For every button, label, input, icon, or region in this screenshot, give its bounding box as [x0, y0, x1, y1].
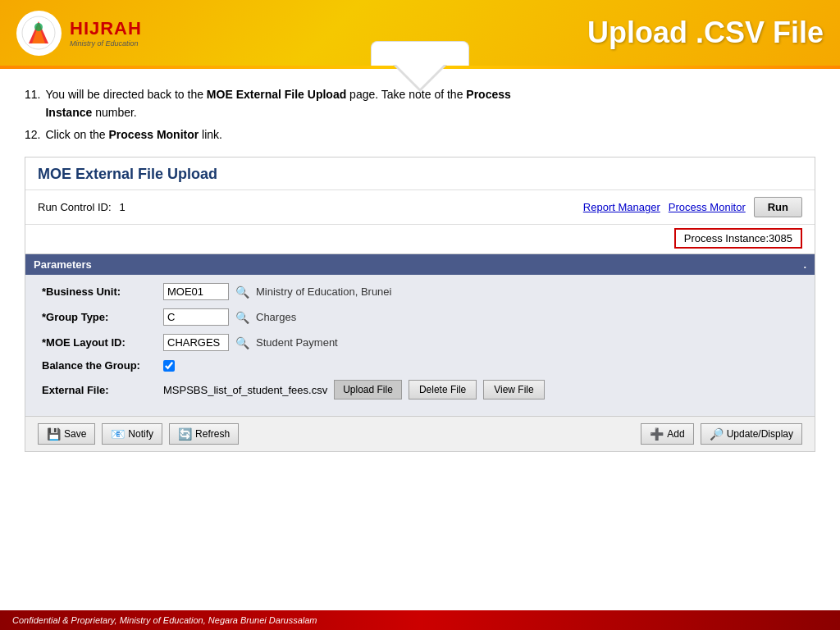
save-label: Save [64, 428, 86, 440]
logo-text-group: HIJRAH Ministry of Education [70, 18, 142, 48]
logo-area: HIJRAH Ministry of Education [16, 11, 142, 56]
refresh-label: Refresh [195, 428, 230, 440]
group-type-input[interactable] [163, 308, 229, 326]
update-display-label: Update/Display [727, 428, 793, 440]
notify-button[interactable]: 📧 Notify [102, 423, 162, 445]
add-icon: ➕ [650, 427, 664, 441]
item12-number: 12. [25, 126, 40, 144]
parameters-body: *Business Unit: 🔍 Ministry of Education,… [25, 275, 815, 416]
refresh-icon: 🔄 [178, 427, 192, 441]
instructions: 11. You will be directed back to the MOE… [25, 85, 815, 144]
instruction-item-12: 12. Click on the Process Monitor link. [25, 126, 815, 144]
bottom-toolbar: 💾 Save 📧 Notify 🔄 Refresh ➕ Add [25, 416, 815, 451]
balance-group-row: Balance the Group: [42, 359, 798, 372]
business-unit-desc: Ministry of Education, Brunei [256, 285, 391, 298]
page-title: Upload .CSV File [587, 16, 824, 50]
run-control-label: Run Control ID: [38, 201, 112, 213]
moe-layout-input[interactable] [163, 334, 229, 351]
item12-text: Click on the Process Monitor link. [45, 126, 222, 144]
save-icon: 💾 [47, 427, 61, 441]
group-type-desc: Charges [256, 311, 296, 323]
group-type-row: *Group Type: 🔍 Charges [42, 308, 798, 326]
item11-number: 11. [25, 85, 40, 122]
run-control-value: 1 [120, 201, 126, 213]
item11-bold1: MOE External File Upload [207, 88, 346, 101]
add-label: Add [667, 428, 684, 440]
external-file-label: External File: [42, 384, 157, 396]
upload-file-button[interactable]: Upload File [334, 380, 402, 399]
report-manager-link[interactable]: Report Manager [583, 201, 660, 213]
business-unit-search-icon[interactable]: 🔍 [235, 285, 249, 299]
group-type-search-icon[interactable]: 🔍 [235, 311, 249, 324]
moe-page-title: MOE External File Upload [25, 158, 815, 190]
toolbar-left: 💾 Save 📧 Notify 🔄 Refresh [38, 423, 239, 445]
view-file-button[interactable]: View File [483, 380, 544, 399]
moe-layout-search-icon[interactable]: 🔍 [235, 336, 249, 349]
main-content: 11. You will be directed back to the MOE… [0, 69, 840, 468]
notify-label: Notify [128, 428, 153, 440]
external-file-row: External File: MSPSBS_list_of_student_fe… [42, 380, 798, 399]
logo-tagline: Ministry of Education [70, 39, 142, 48]
save-button[interactable]: 💾 Save [38, 423, 95, 445]
run-button[interactable]: Run [754, 197, 802, 217]
toolbar-right: ➕ Add 🔎 Update/Display [641, 423, 802, 445]
business-unit-row: *Business Unit: 🔍 Ministry of Education,… [42, 283, 798, 300]
update-display-button[interactable]: 🔎 Update/Display [701, 423, 802, 445]
item12-bold: Process Monitor [109, 128, 199, 141]
notify-icon: 📧 [111, 427, 125, 441]
bubble-arrow [395, 64, 445, 89]
refresh-button[interactable]: 🔄 Refresh [169, 423, 239, 445]
header-tab [371, 41, 469, 66]
page-box: MOE External File Upload Run Control ID:… [25, 157, 815, 452]
moe-layout-label: *MOE Layout ID: [42, 336, 157, 349]
add-button[interactable]: ➕ Add [641, 423, 693, 445]
footer-text: Confidential & Proprietary, Ministry of … [12, 615, 317, 625]
balance-label: Balance the Group: [42, 359, 157, 372]
logo-brand: HIJRAH [70, 18, 142, 39]
update-display-icon: 🔎 [710, 427, 724, 441]
business-unit-label: *Business Unit: [42, 285, 157, 298]
delete-file-button[interactable]: Delete File [409, 380, 477, 399]
external-file-name: MSPSBS_list_of_student_fees.csv [163, 384, 327, 396]
balance-checkbox[interactable] [163, 360, 175, 372]
parameters-header: Parameters . [25, 254, 815, 275]
process-instance-row: Process Instance:3085 [25, 225, 815, 254]
footer: Confidential & Proprietary, Ministry of … [0, 610, 840, 630]
header: HIJRAH Ministry of Education Upload .CSV… [0, 0, 840, 66]
process-monitor-link[interactable]: Process Monitor [669, 201, 746, 213]
moe-layout-desc: Student Payment [256, 336, 338, 349]
process-instance-box: Process Instance:3085 [674, 228, 802, 249]
moe-layout-row: *MOE Layout ID: 🔍 Student Payment [42, 334, 798, 351]
group-type-label: *Group Type: [42, 311, 157, 323]
controls-row: Run Control ID: 1 Report Manager Process… [25, 190, 815, 225]
parameters-dot: . [803, 258, 806, 271]
logo-circle [16, 11, 62, 56]
parameters-title: Parameters [34, 258, 92, 271]
business-unit-input[interactable] [163, 283, 229, 300]
parameters-section: Parameters . *Business Unit: 🔍 Ministry … [25, 254, 815, 416]
svg-point-3 [34, 23, 43, 31]
